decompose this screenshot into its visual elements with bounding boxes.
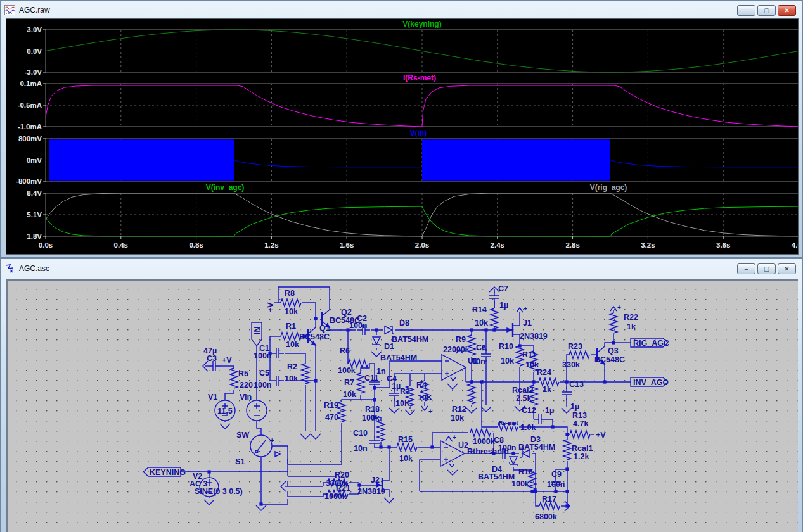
wire-junction (530, 490, 534, 493)
close-button-raw[interactable]: ✕ (778, 5, 796, 16)
schematic-label: Q1 (319, 324, 330, 332)
schematic-label: 1k (627, 322, 636, 331)
signal-burst-fill (422, 139, 610, 180)
port-label-RIG_AGC: RIG_AGC (633, 339, 669, 348)
wire-junction (373, 386, 376, 389)
schematic-label: BAT54HM (478, 472, 515, 481)
schematic-label: R16 (518, 467, 533, 476)
power-flag-plus: + (453, 434, 456, 441)
schematic-label: 470 (325, 413, 338, 422)
x-tick-label: 0.8s (189, 241, 203, 249)
schematic-label: Rcal2 (512, 386, 533, 395)
wire-junction (603, 380, 606, 383)
y-tick-label: 800mV (18, 135, 42, 142)
schematic-label: 11,5 (217, 407, 233, 415)
schematic-label: R14 (472, 305, 487, 314)
waveform-plot-area[interactable]: 3.0V0.0V-3.0VV(keyning)0.1mA-0.5mA-1.0mA… (6, 18, 799, 255)
schematic-label: C5 (259, 369, 269, 377)
wire-junction (357, 483, 361, 486)
port-label-KEYNING: KEYNING (150, 468, 186, 477)
wire-junction (565, 504, 569, 507)
schematic-label: R13 (572, 411, 587, 420)
schematic-label: 100k (338, 366, 356, 375)
schematic-label: BAT54HM (380, 353, 417, 362)
desktop: AGC.raw – ▢ ✕ 3.0V0.0V-3.0VV(keyning)0.1… (0, 0, 803, 532)
waveform-plot-svg[interactable]: 3.0V0.0V-3.0VV(keyning)0.1mA-0.5mA-1.0mA… (6, 19, 798, 254)
schematic-label: Q3 (608, 346, 619, 355)
restore-button-asc[interactable]: ▢ (757, 263, 776, 274)
window-agc-raw: AGC.raw – ▢ ✕ 3.0V0.0V-3.0VV(keyning)0.1… (0, 0, 803, 258)
wire-junction (511, 452, 515, 455)
schematic-label: 10k (399, 454, 413, 463)
schematic-label: C12 (522, 406, 536, 415)
wire-junction (207, 470, 210, 473)
schematic-label: +V (222, 356, 232, 365)
y-tick-label: -3.0V (25, 68, 42, 76)
schematic-svg[interactable]: +++++INKEYNINGRIG_AGCINV_AGCR810k+VR110k… (8, 281, 798, 532)
trace-label[interactable]: V(keyning) (402, 20, 441, 28)
schematic-label: 1µ (499, 301, 508, 310)
y-tick-label: 8.4V (27, 189, 42, 197)
schematic-label: 220 (240, 381, 253, 390)
schematic-label: 10K (395, 399, 410, 408)
schematic-label: 100n (254, 352, 272, 360)
schematic-label: SINE(0 3 0.5) (195, 487, 243, 496)
power-flag-plus: + (524, 305, 527, 312)
schematic-label: 10k (285, 374, 298, 383)
trace-label[interactable]: V(rig_agc) (590, 183, 627, 192)
wire-junction (430, 445, 434, 448)
schematic-label: R19 (324, 401, 338, 410)
schematic-label: 4.7k (573, 419, 588, 428)
trace-label[interactable]: I(Rs-met) (403, 73, 436, 82)
schematic-label: BC548C (594, 355, 625, 364)
schematic-label: 100n (498, 443, 517, 452)
schematic-label: C13 (569, 380, 584, 389)
schematic-label: 1.0k (520, 423, 536, 432)
wire-junction (554, 490, 557, 493)
minimize-button-asc[interactable]: – (737, 263, 755, 274)
schematic-label: 10k (501, 357, 514, 365)
titlebar-raw[interactable]: AGC.raw – ▢ ✕ (1, 1, 802, 18)
wire-junction (612, 341, 615, 344)
x-tick-label: 2.8s (565, 241, 579, 249)
schematic-label: Rs-met (499, 420, 518, 426)
schematic-label: R7 (344, 378, 354, 387)
minimize-button-raw[interactable]: – (737, 5, 755, 16)
schematic-canvas[interactable]: +++++INKEYNINGRIG_AGCINV_AGCR810k+VR110k… (6, 279, 798, 532)
restore-button-raw[interactable]: ▢ (757, 5, 776, 16)
wire-junction (565, 467, 569, 471)
schematic-label: R15 (398, 435, 413, 444)
wire-junction (518, 344, 521, 347)
schematic-label: 10K (418, 393, 432, 402)
trace-label[interactable]: V(inv_agc) (206, 183, 245, 192)
schematic-label: R4 (416, 381, 427, 390)
schematic-label: 100k (511, 479, 529, 488)
schematic-label: R21 (336, 484, 350, 493)
trace-label[interactable]: V(in) (410, 129, 427, 137)
x-tick-label: 4.0s (792, 241, 798, 249)
schematic-label: C11 (364, 374, 378, 383)
schematic-label: 2.5k (516, 394, 531, 403)
close-button-asc[interactable]: ✕ (778, 263, 796, 274)
schematic-label: R8 (285, 289, 295, 298)
schematic-label: R20 (335, 471, 349, 479)
schematic-label: C9 (551, 470, 562, 479)
wire-junction (314, 317, 317, 320)
schematic-label: J2 (371, 476, 380, 484)
power-flag-plus: + (617, 304, 621, 311)
schematic-label: 1µ (545, 406, 554, 415)
wire-junction (492, 328, 496, 331)
titlebar-asc[interactable]: AGC.asc – ▢ ✕ (1, 259, 802, 277)
schematic-label: 100n (349, 321, 368, 330)
schematic-label: 10k (475, 319, 488, 327)
trace (610, 160, 798, 167)
wire-junction (379, 445, 382, 448)
trace (234, 160, 422, 167)
schematic-label: 1k (543, 385, 551, 394)
x-tick-label: 0.0s (39, 241, 53, 249)
schematic-label: C6 (476, 343, 486, 352)
schematic-label: R1 (286, 322, 296, 331)
schematic-label: R18 (365, 405, 380, 414)
wire-junction (565, 380, 568, 383)
schematic-label: 1000k (473, 437, 495, 446)
